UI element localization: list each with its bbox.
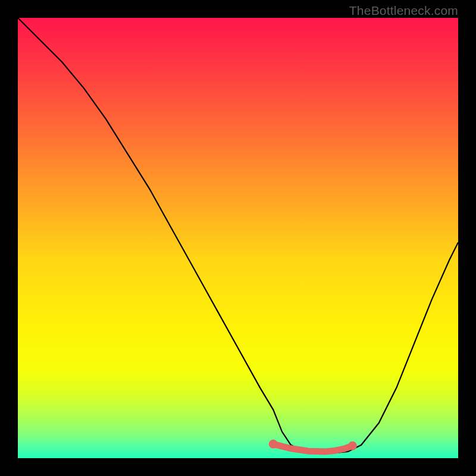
- optimal-range-endpoint: [269, 440, 278, 449]
- bottleneck-chart: [18, 18, 458, 458]
- gradient-background: [18, 18, 458, 458]
- plot-area: [18, 18, 458, 458]
- chart-frame: TheBottleneck.com: [0, 0, 476, 476]
- watermark-label: TheBottleneck.com: [349, 4, 458, 18]
- optimal-range-endpoint: [348, 441, 357, 450]
